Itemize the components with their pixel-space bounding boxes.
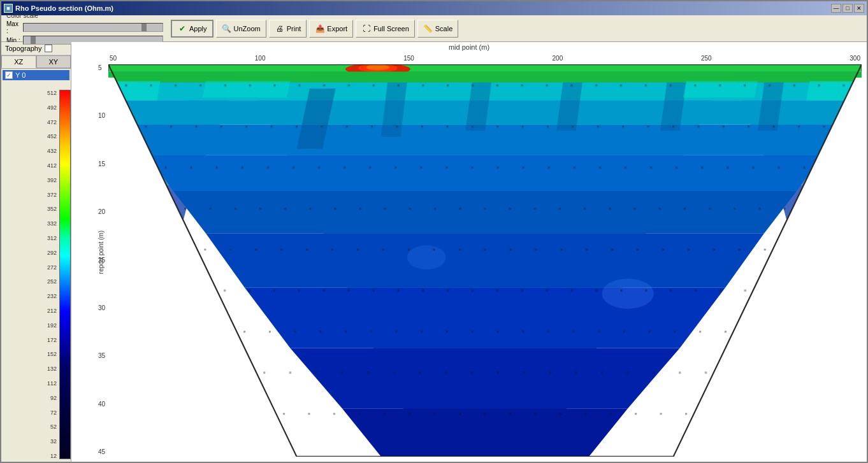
svg-rect-156 (534, 208, 536, 210)
maximize-button[interactable]: □ (843, 4, 853, 13)
svg-rect-58 (126, 85, 127, 87)
svg-rect-144 (235, 208, 236, 210)
fullscreen-button[interactable]: ⛶ Full Screen (356, 20, 415, 38)
svg-rect-187 (713, 249, 715, 251)
export-button[interactable]: 📤 Export (309, 20, 353, 38)
svg-rect-158 (584, 208, 586, 210)
y-axis-tick: 5 (98, 64, 105, 71)
svg-rect-263 (610, 413, 612, 415)
svg-rect-265 (660, 413, 662, 415)
svg-rect-165 (758, 208, 760, 210)
svg-rect-253 (358, 413, 360, 415)
svg-rect-103 (522, 125, 524, 127)
svg-rect-227 (623, 331, 625, 332)
svg-rect-164 (734, 208, 735, 210)
color-bar-tick: 432 (47, 148, 57, 154)
color-bar-tick: 52 (50, 424, 57, 430)
svg-rect-138 (727, 167, 728, 169)
svg-rect-143 (210, 208, 212, 210)
svg-rect-145 (259, 208, 261, 210)
svg-rect-239 (445, 372, 447, 374)
svg-rect-61 (199, 85, 201, 87)
svg-rect-204 (571, 290, 573, 292)
main-window: ■ Rho Pseudo section (Ohm.m) — □ ✕ Color… (0, 0, 868, 463)
svg-rect-259 (509, 413, 511, 415)
unzoom-button[interactable]: 🔍 UnZoom (216, 20, 266, 38)
tab-xy[interactable]: XY (36, 55, 71, 68)
y-axis-tick: 10 (98, 112, 105, 119)
svg-rect-232 (263, 372, 265, 374)
svg-rect-149 (359, 208, 361, 210)
layer-item-y0[interactable]: ✓ Y 0 (3, 70, 69, 80)
color-bar-tick: 292 (47, 250, 57, 256)
svg-rect-191 (249, 290, 250, 292)
svg-rect-127 (445, 167, 447, 169)
svg-rect-89 (170, 125, 172, 127)
x-axis-tick: 150 (403, 55, 414, 62)
chart-area[interactable]: mid point (m) 50100150200250300 report p… (71, 42, 867, 462)
svg-rect-195 (348, 290, 350, 292)
svg-rect-113 (773, 125, 775, 127)
svg-rect-133 (599, 167, 601, 169)
svg-rect-139 (752, 167, 754, 169)
svg-rect-100 (446, 125, 448, 127)
svg-rect-141 (804, 167, 806, 169)
unzoom-icon: 🔍 (222, 24, 232, 34)
svg-rect-82 (719, 85, 721, 87)
svg-rect-176 (433, 249, 435, 251)
svg-rect-146 (284, 208, 286, 210)
svg-rect-95 (321, 125, 322, 127)
svg-rect-208 (670, 290, 672, 292)
left-panel: Topography XZ XY ✓ Y 0 5124924724 (1, 42, 71, 462)
max-slider[interactable] (23, 23, 163, 32)
svg-rect-245 (601, 372, 603, 374)
apply-button[interactable]: ✔ Apply (171, 20, 213, 38)
svg-point-56 (366, 64, 390, 70)
svg-rect-233 (289, 372, 291, 374)
svg-rect-190 (224, 290, 226, 292)
color-bar-tick: 112 (47, 380, 57, 387)
svg-marker-36 (342, 408, 628, 457)
x-axis-tick: 250 (701, 55, 712, 62)
color-bar-tick: 172 (47, 337, 57, 343)
svg-rect-155 (509, 208, 511, 210)
svg-rect-257 (459, 413, 461, 415)
svg-rect-147 (309, 208, 311, 210)
color-bar-tick: 372 (47, 192, 57, 198)
content-area: mid point (m) 50100150200250300 report p… (71, 42, 867, 462)
tab-xz[interactable]: XZ (1, 55, 36, 68)
svg-rect-214 (294, 331, 296, 332)
svg-rect-242 (523, 372, 525, 374)
print-button[interactable]: 🖨 Print (269, 20, 307, 38)
svg-rect-91 (221, 125, 222, 127)
svg-rect-130 (523, 167, 524, 169)
svg-rect-161 (659, 208, 661, 210)
svg-rect-70 (422, 85, 424, 87)
svg-rect-160 (634, 208, 636, 210)
svg-rect-128 (471, 167, 473, 169)
svg-rect-177 (459, 249, 461, 251)
scale-button[interactable]: 📏 Scale (417, 20, 459, 38)
minimize-button[interactable]: — (831, 4, 841, 13)
topography-label: Topography (5, 45, 42, 52)
svg-rect-152 (434, 208, 436, 210)
svg-rect-184 (637, 249, 639, 251)
svg-rect-237 (393, 372, 395, 374)
color-bar-tick: 492 (47, 104, 57, 111)
topography-checkbox[interactable] (45, 45, 52, 52)
svg-rect-63 (249, 85, 251, 87)
color-bar-tick: 312 (47, 235, 57, 241)
layer-list: ✓ Y 0 (1, 69, 71, 87)
svg-rect-210 (720, 290, 721, 292)
svg-rect-96 (346, 125, 348, 127)
x-axis-label: mid point (m) (449, 43, 489, 51)
svg-rect-110 (697, 125, 699, 127)
svg-rect-220 (446, 331, 448, 332)
fullscreen-icon: ⛶ (361, 24, 372, 34)
close-button[interactable]: ✕ (854, 4, 864, 13)
svg-rect-101 (472, 125, 474, 127)
color-bar-tick: 392 (47, 177, 57, 183)
svg-rect-234 (315, 372, 317, 374)
svg-rect-215 (319, 331, 321, 332)
svg-rect-105 (572, 125, 574, 127)
